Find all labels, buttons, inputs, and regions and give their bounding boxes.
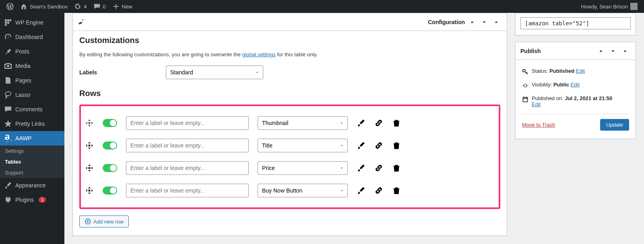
sidebar-item-label: WP Engine <box>15 19 43 26</box>
row-toggle[interactable] <box>103 119 117 127</box>
sidebar-item-prettylinks[interactable]: Pretty Links <box>0 117 64 131</box>
row-label-input[interactable] <box>126 161 249 175</box>
edit-visibility-link[interactable]: Edit <box>571 82 580 88</box>
sidebar-item-lasso[interactable]: Lasso <box>0 88 64 102</box>
sidebar-item-pages[interactable]: Pages <box>0 73 64 88</box>
move-down-button[interactable] <box>607 45 619 57</box>
key-icon <box>522 69 528 75</box>
dashboard-icon <box>4 33 12 41</box>
row-label-input[interactable] <box>126 116 249 130</box>
lasso-icon <box>4 91 12 99</box>
media-icon <box>4 62 12 70</box>
sidebar-item-posts[interactable]: Posts <box>0 44 64 59</box>
drag-icon[interactable] <box>85 141 94 150</box>
row-toggle[interactable] <box>103 141 117 150</box>
sidebar-item-dashboard[interactable]: Dashboard <box>0 30 64 44</box>
drag-icon[interactable] <box>85 119 94 127</box>
submenu-tables[interactable]: Tables <box>0 156 64 167</box>
comments-count: 0 <box>103 4 106 10</box>
comments-bubble[interactable]: 0 <box>90 0 109 13</box>
labels-label: Labels <box>79 69 166 76</box>
sidebar-item-label: Pages <box>15 77 31 84</box>
home-icon <box>20 3 27 10</box>
drag-icon[interactable] <box>85 164 94 172</box>
wp-logo[interactable] <box>3 0 17 13</box>
move-down-button[interactable] <box>479 16 490 28</box>
global-settings-link[interactable]: global settings <box>242 51 276 57</box>
row-type-select[interactable]: Buy Now Button <box>258 184 348 197</box>
sidebar-item-media[interactable]: Media <box>0 59 64 73</box>
updates[interactable]: 4 <box>71 0 90 13</box>
brush-icon[interactable] <box>357 141 365 150</box>
plus-circle-icon <box>85 218 91 225</box>
sidebar-item-comments[interactable]: Comments <box>0 102 64 117</box>
row-type-select[interactable]: Title <box>258 139 348 152</box>
site-name-label: Sean's Sandbox <box>30 4 68 10</box>
table-row: Thumbnail <box>85 112 495 134</box>
comment-icon <box>93 3 101 10</box>
brush-icon[interactable] <box>357 186 365 195</box>
publish-visibility: Visibility: Public Edit <box>522 78 629 92</box>
toggle-button[interactable] <box>491 16 502 28</box>
submenu-settings[interactable]: Settings <box>0 146 64 156</box>
svg-rect-0 <box>5 19 7 21</box>
trash-icon[interactable] <box>392 186 401 195</box>
link-icon[interactable] <box>374 141 383 150</box>
pin-icon <box>4 47 12 55</box>
row-label-input[interactable] <box>126 139 249 152</box>
trash-icon[interactable] <box>392 164 401 172</box>
brush-icon[interactable] <box>357 119 365 127</box>
submenu-support[interactable]: Support <box>0 167 64 178</box>
new-content[interactable]: New <box>109 0 136 13</box>
svg-rect-9 <box>523 97 527 102</box>
row-type-select[interactable]: Thumbnail <box>258 116 348 130</box>
sidebar-item-appearance[interactable]: Appearance <box>0 178 64 193</box>
row-label-input[interactable] <box>126 184 249 197</box>
site-name[interactable]: Sean's Sandbox <box>17 0 71 13</box>
link-icon[interactable] <box>374 186 383 195</box>
config-title: Configuration <box>428 19 465 25</box>
edit-status-link[interactable]: Edit <box>576 68 585 74</box>
add-row-button[interactable]: Add new row <box>79 215 129 228</box>
shortcode-text[interactable]: [amazon table="52"] <box>520 17 631 29</box>
update-button[interactable]: Update <box>600 119 629 131</box>
svg-rect-2 <box>10 19 11 21</box>
refresh-icon <box>74 3 81 10</box>
link-icon[interactable] <box>374 164 383 172</box>
labels-select[interactable]: Standard <box>166 66 263 79</box>
toggle-button[interactable] <box>619 45 631 57</box>
publish-box: Publish Status: Published Edit Visibil <box>515 42 636 139</box>
row-toggle[interactable] <box>103 164 117 172</box>
trash-icon[interactable] <box>392 141 401 150</box>
svg-rect-3 <box>5 22 7 24</box>
row-toggle[interactable] <box>103 187 117 195</box>
sidebar-item-label: Comments <box>15 106 43 113</box>
move-to-trash-link[interactable]: Move to Trash <box>522 122 555 128</box>
link-icon[interactable] <box>374 119 383 127</box>
publish-status: Status: Published Edit <box>522 65 629 78</box>
star-icon <box>4 120 12 128</box>
row-type-select[interactable]: Price <box>258 161 348 175</box>
trash-icon[interactable] <box>392 119 401 127</box>
edit-date-link[interactable]: Edit <box>532 101 541 107</box>
sidebar-item-label: Media <box>15 63 31 69</box>
sidebar-item-plugins[interactable]: Plugins 1 <box>0 193 64 207</box>
my-account[interactable]: Howdy, Sean Brison <box>578 0 641 13</box>
plus-icon <box>112 3 120 10</box>
new-label: New <box>122 4 132 10</box>
drag-icon[interactable] <box>85 186 94 195</box>
sidebar-item-aawp[interactable]: AAWP <box>0 131 64 146</box>
sidebar-item-label: Appearance <box>15 182 46 189</box>
customizations-title: Customizations <box>79 36 500 45</box>
wpengine-icon <box>4 18 12 27</box>
customizations-desc: By editing the following customizations,… <box>79 51 500 57</box>
brush-icon[interactable] <box>357 164 365 172</box>
shortcode-box: [amazon table="52"] <box>515 13 636 35</box>
eye-icon <box>522 82 528 89</box>
aawp-submenu: Settings Tables Support <box>0 146 64 178</box>
sidebar-item-wpengine[interactable]: WP Engine <box>0 15 64 30</box>
move-up-button[interactable] <box>595 45 607 57</box>
broom-icon[interactable] <box>78 18 85 26</box>
move-up-button[interactable] <box>466 16 478 28</box>
svg-point-8 <box>523 70 525 72</box>
